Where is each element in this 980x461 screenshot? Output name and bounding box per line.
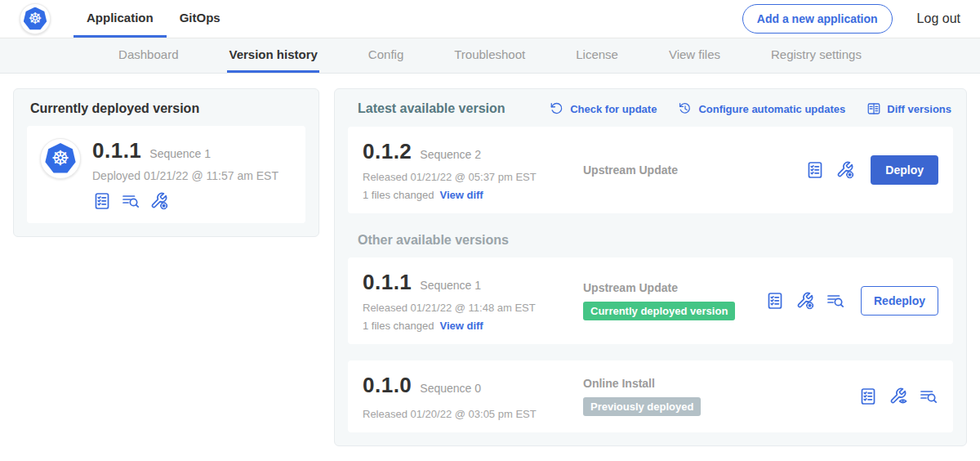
release-notes-icon[interactable] [92, 191, 112, 211]
diff-icon [866, 101, 881, 116]
subnav-registry-settings[interactable]: Registry settings [769, 38, 863, 73]
subnav-license[interactable]: License [574, 38, 620, 73]
deploy-button[interactable]: Deploy [871, 155, 938, 185]
add-new-application-button[interactable]: Add a new application [742, 4, 893, 34]
latest-version-header: Latest available version [358, 101, 506, 116]
currently-deployed-title: Currently deployed version [27, 101, 305, 116]
sequence-label: Sequence 2 [420, 148, 481, 161]
version-source-label: Upstream Update [583, 281, 765, 294]
version-source-label: Upstream Update [583, 163, 805, 177]
logout-button[interactable]: Log out [917, 11, 960, 26]
check-for-update-label: Check for update [570, 103, 657, 115]
app-subnav: Dashboard Version history Config Trouble… [0, 38, 980, 74]
sequence-label: Sequence 0 [420, 382, 481, 395]
view-diff-link[interactable]: View diff [439, 320, 483, 332]
version-row-0-1-1: 0.1.1 Sequence 1 Released 01/21/22 @ 11:… [348, 257, 953, 344]
other-versions-header: Other available versions [348, 233, 953, 248]
released-timestamp: Released 01/20/22 @ 03:05 pm EST [363, 408, 560, 420]
deployed-timestamp: Deployed 01/21/22 @ 11:57 am EST [92, 169, 278, 182]
version-source-label: Online Install [583, 377, 858, 390]
version-actions: Check for update Configure automatic upd… [550, 101, 951, 116]
deployed-sequence-label: Sequence 1 [149, 147, 211, 160]
app-header: ☸ Application GitOps Add a new applicati… [0, 0, 980, 38]
redeploy-button[interactable]: Redeploy [861, 286, 938, 316]
version-row-0-1-2: 0.1.2 Sequence 2 Released 01/21/22 @ 05:… [348, 127, 953, 213]
main-content: Currently deployed version ☸ 0.1.1 Seque… [0, 74, 980, 461]
subnav-dashboard[interactable]: Dashboard [117, 38, 180, 73]
files-changed-label: 1 files changed [363, 189, 434, 201]
release-notes-icon[interactable] [765, 291, 785, 311]
version-number: 0.1.0 [363, 373, 412, 398]
tab-application[interactable]: Application [74, 0, 167, 38]
tab-gitops[interactable]: GitOps [167, 0, 234, 38]
diff-versions-label: Diff versions [887, 103, 951, 115]
version-number: 0.1.2 [363, 139, 412, 164]
clock-refresh-icon [678, 101, 693, 116]
kubernetes-heptagon: ☸ [24, 7, 47, 31]
versions-panel: Latest available version Check for updat… [334, 88, 967, 446]
header-spacer [234, 0, 742, 38]
kubernetes-wheel-icon: ☸ [51, 148, 69, 168]
deploy-logs-icon[interactable] [121, 191, 140, 211]
currently-deployed-panel: Currently deployed version ☸ 0.1.1 Seque… [13, 88, 319, 237]
kubernetes-logo: ☸ [20, 3, 51, 34]
previously-deployed-badge: Previously deployed [583, 397, 701, 416]
sequence-label: Sequence 1 [420, 279, 481, 292]
edit-config-icon[interactable] [149, 191, 169, 211]
configure-automatic-updates-link[interactable]: Configure automatic updates [678, 101, 845, 116]
configure-automatic-updates-label: Configure automatic updates [698, 103, 845, 115]
check-for-update-link[interactable]: Check for update [550, 101, 657, 116]
version-number: 0.1.1 [363, 270, 412, 295]
release-notes-icon[interactable] [805, 160, 825, 180]
deploy-logs-icon[interactable] [826, 291, 845, 311]
edit-config-icon[interactable] [835, 160, 855, 180]
app-logo: ☸ [40, 138, 81, 179]
currently-deployed-card: ☸ 0.1.1 Sequence 1 Deployed 01/21/22 @ 1… [27, 126, 305, 223]
version-row-0-1-0: 0.1.0 Sequence 0 Released 01/20/22 @ 03:… [348, 360, 953, 432]
edit-config-icon[interactable] [795, 291, 815, 311]
released-timestamp: Released 01/21/22 @ 11:48 am EST [363, 302, 560, 314]
kubernetes-wheel-icon: ☸ [28, 11, 42, 26]
deployed-version-number: 0.1.1 [92, 138, 141, 163]
files-changed-label: 1 files changed [363, 320, 434, 332]
subnav-config[interactable]: Config [367, 38, 405, 73]
view-diff-link[interactable]: View diff [439, 189, 483, 201]
subnav-version-history[interactable]: Version history [227, 38, 318, 73]
currently-deployed-badge: Currently deployed version [583, 302, 735, 320]
kubernetes-heptagon: ☸ [45, 143, 76, 174]
released-timestamp: Released 01/21/22 @ 05:37 pm EST [363, 171, 560, 183]
deploy-logs-icon[interactable] [919, 387, 938, 406]
diff-versions-link[interactable]: Diff versions [866, 101, 951, 116]
header-tabs: Application GitOps [74, 0, 234, 38]
subnav-view-files[interactable]: View files [667, 38, 722, 73]
release-notes-icon[interactable] [858, 387, 878, 406]
view-config-icon[interactable] [889, 387, 908, 406]
subnav-troubleshoot[interactable]: Troubleshoot [452, 38, 527, 73]
refresh-icon [550, 101, 564, 116]
